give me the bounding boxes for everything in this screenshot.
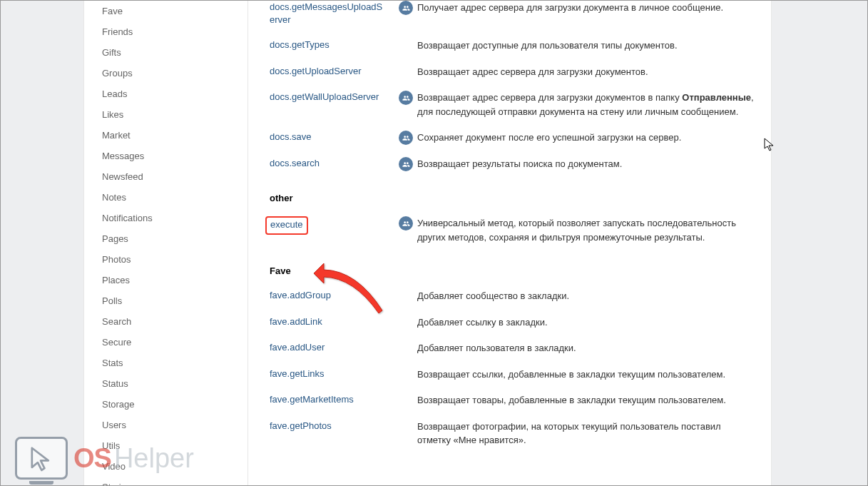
method-link-docs-getUploadServer[interactable]: docs.getUploadServer: [270, 66, 362, 76]
method-description: Возвращает адрес сервера для загрузки до…: [417, 91, 757, 118]
method-link-execute[interactable]: execute: [270, 219, 303, 230]
method-row: fave.getMarketItemsВозвращает товары, до…: [270, 393, 757, 407]
method-link-docs-save[interactable]: docs.save: [270, 131, 312, 142]
community-badge: [394, 131, 417, 145]
sidebar-item-stories[interactable]: Stories: [102, 477, 247, 485]
sidebar-category-list: FaveFriendsGiftsGroupsLeadsLikesMarketMe…: [84, 1, 248, 485]
method-row: docs.searchВозвращает результаты поиска …: [270, 157, 757, 171]
sidebar-item-notifications[interactable]: Notifications: [102, 208, 247, 228]
method-row: fave.getPhotosВозвращает фотографии, на …: [270, 420, 757, 447]
method-description: Возвращает ссылки, добавленные в закладк…: [417, 368, 757, 382]
sidebar-item-polls[interactable]: Polls: [102, 290, 247, 311]
method-row: docs.getUploadServerВозвращает адрес сер…: [270, 65, 757, 79]
sidebar-item-friends[interactable]: Friends: [102, 21, 247, 42]
method-row: fave.addUserДобавляет пользователя в зак…: [270, 341, 757, 355]
community-badge: [394, 1, 417, 15]
method-row: docs.saveСохраняет документ после его ус…: [270, 131, 757, 145]
section-title-other: other: [270, 193, 757, 203]
method-description: Добавляет ссылку в закладки.: [417, 315, 757, 330]
sidebar-item-stats[interactable]: Stats: [102, 353, 247, 373]
section-title-fave: Fave: [270, 265, 757, 276]
sidebar-item-status[interactable]: Status: [102, 373, 247, 394]
sidebar-item-gifts[interactable]: Gifts: [102, 42, 247, 63]
method-link-fave-addLink[interactable]: fave.addLink: [270, 316, 322, 327]
method-row: fave.addGroupДобавляет сообщество в закл…: [270, 289, 757, 303]
method-description: Возвращает адрес сервера для загрузки до…: [417, 65, 757, 79]
method-description: Получает адрес сервера для загрузки доку…: [417, 1, 757, 15]
method-description: Добавляет пользователя в закладки.: [417, 341, 757, 355]
sidebar-item-users[interactable]: Users: [102, 415, 247, 435]
sidebar-item-video[interactable]: Video: [102, 456, 247, 477]
method-description: Возвращает доступные для пользователя ти…: [417, 39, 757, 53]
sidebar-item-groups[interactable]: Groups: [102, 63, 247, 83]
method-link-fave-addGroup[interactable]: fave.addGroup: [270, 290, 331, 300]
sidebar-item-notes[interactable]: Notes: [102, 187, 247, 208]
highlight-box: execute: [265, 216, 308, 234]
sidebar-item-newsfeed[interactable]: Newsfeed: [102, 166, 247, 187]
method-description: Универсальный метод, который позволяет з…: [417, 216, 757, 244]
sidebar-item-utils[interactable]: Utils: [102, 435, 247, 456]
sidebar-item-leads[interactable]: Leads: [102, 83, 247, 104]
sidebar-item-search[interactable]: Search: [102, 311, 247, 332]
sidebar-item-fave[interactable]: Fave: [102, 1, 247, 21]
sidebar-item-photos[interactable]: Photos: [102, 249, 247, 270]
community-badge: [394, 216, 417, 231]
community-badge: [394, 157, 417, 171]
sidebar-item-secure[interactable]: Secure: [102, 332, 247, 353]
method-description: Добавляет сообщество в закладки.: [417, 289, 757, 303]
method-link-fave-getLinks[interactable]: fave.getLinks: [270, 368, 325, 379]
sidebar-item-pages[interactable]: Pages: [102, 228, 247, 249]
method-row: docs.getWallUploadServerВозвращает адрес…: [270, 91, 757, 118]
method-link-docs-getMessagesUploadServer[interactable]: docs.getMessagesUploadServer: [270, 1, 382, 25]
method-link-fave-getMarketItems[interactable]: fave.getMarketItems: [270, 394, 354, 405]
method-link-docs-getTypes[interactable]: docs.getTypes: [270, 39, 330, 50]
method-row: executeУниверсальный метод, который позв…: [270, 216, 757, 244]
sidebar-item-messages[interactable]: Messages: [102, 146, 247, 166]
method-link-docs-getWallUploadServer[interactable]: docs.getWallUploadServer: [270, 91, 379, 102]
sidebar-item-storage[interactable]: Storage: [102, 394, 247, 415]
method-description: Возвращает товары, добавленные в закладк…: [417, 393, 757, 407]
main-content: docs.getMessagesUploadServerПолучает адр…: [248, 1, 771, 485]
sidebar-item-likes[interactable]: Likes: [102, 104, 247, 125]
sidebar-item-places[interactable]: Places: [102, 270, 247, 290]
method-description: Сохраняет документ после его успешной за…: [417, 131, 757, 145]
method-row: docs.getTypesВозвращает доступные для по…: [270, 39, 757, 53]
method-link-fave-getPhotos[interactable]: fave.getPhotos: [270, 420, 332, 431]
method-description: Возвращает фотографии, на которых текущи…: [417, 420, 757, 447]
method-link-docs-search[interactable]: docs.search: [270, 158, 320, 168]
method-row: docs.getMessagesUploadServerПолучает адр…: [270, 1, 757, 26]
method-link-fave-addUser[interactable]: fave.addUser: [270, 342, 325, 353]
method-row: fave.addLinkДобавляет ссылку в закладки.: [270, 315, 757, 330]
method-row: fave.getLinksВозвращает ссылки, добавлен…: [270, 368, 757, 382]
method-description: Возвращает результаты поиска по документ…: [417, 157, 757, 171]
sidebar-item-market[interactable]: Market: [102, 125, 247, 146]
community-badge: [394, 91, 417, 105]
